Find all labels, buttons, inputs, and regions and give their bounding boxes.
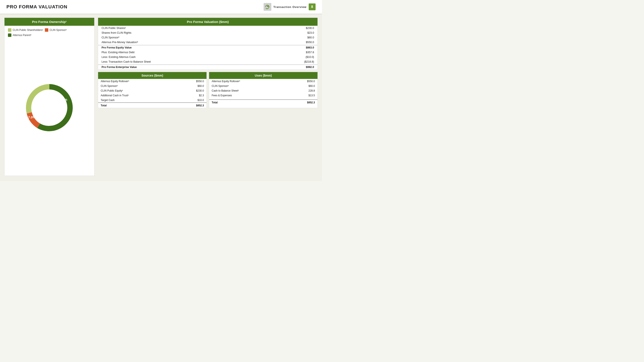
val-label: CLIN Sponsor²: [98, 35, 266, 40]
table-row: Alternus Pre-Money Valuation³ $550.0: [98, 40, 318, 45]
source-value: $550.0: [176, 79, 206, 84]
list-item: Cash to Balance Sheet¹ 228.8: [209, 88, 318, 93]
legend-item-clin-sponsor: CLIN Sponsor²: [45, 28, 66, 32]
source-value: $2.3: [176, 93, 206, 98]
uses-total-row: Total $852.3: [209, 100, 318, 105]
legend: CLIN Public Shareholders¹ CLIN Sponsor² …: [4, 26, 94, 39]
use-value: $13.5: [287, 93, 318, 98]
val-label: Less: Existing Alternus Cash: [98, 55, 266, 59]
list-item: Target Cash $10.0: [98, 98, 206, 103]
valuation-header: Pro Forma Valuation ($mm): [98, 18, 318, 26]
source-label: CLIN Sponsor²: [98, 84, 176, 88]
table-row: Less: Existing Alternus Cash ($10.0): [98, 55, 318, 59]
val-label: Plus: Existing Alternus Debt: [98, 50, 266, 55]
val-label: Pro Forma Equity Value: [98, 45, 266, 50]
page-title: PRO FORMA VALUATION: [6, 4, 68, 10]
legend-swatch-clin-public: [8, 28, 12, 32]
footnotes: 1. Assumes 0% redemptions by CLIN public…: [0, 179, 322, 181]
donut-label-clin-public: 29.3%: [58, 98, 68, 101]
legend-label-alternus: Alternus Parent³: [13, 34, 31, 37]
footnote-1: 1. Assumes 0% redemptions by CLIN public…: [4, 181, 318, 181]
val-value: $863.0: [266, 45, 318, 50]
sources-header: Sources ($mm): [98, 72, 206, 79]
table-row: Less: Transaction Cash to Balance Sheet …: [98, 59, 318, 65]
valuation-table: CLIN Public Shares¹ $230.0 Shares from C…: [98, 26, 318, 69]
sources-total-label: Total: [98, 103, 176, 108]
val-value: $992.0: [266, 65, 318, 70]
header: PRO FORMA VALUATION Transaction Overview…: [0, 0, 322, 14]
donut-container: 29.3% 7.0% 63.7%: [4, 39, 94, 176]
val-value: $230.0: [266, 26, 318, 30]
main-content: Pro Forma Ownership¹ CLIN Public Shareho…: [0, 14, 322, 179]
legend-label-clin-sponsor: CLIN Sponsor²: [50, 28, 66, 31]
legend-swatch-clin-sponsor: [45, 28, 48, 32]
donut-label-alternus: 63.7%: [35, 107, 44, 110]
list-item: CLIN Sponsor² $60.0: [98, 84, 206, 88]
val-value: $357.8: [266, 50, 318, 55]
source-value: $10.0: [176, 98, 206, 103]
table-row: Plus: Existing Alternus Debt $357.8: [98, 50, 318, 55]
val-label: Shares from CLIN Rights: [98, 30, 266, 35]
source-value: $230.0: [176, 88, 206, 93]
table-row-bold: Pro Forma Enterprise Value $992.0: [98, 65, 318, 70]
right-panel: Pro Forma Valuation ($mm) CLIN Public Sh…: [98, 17, 318, 176]
use-value: $60.0: [287, 84, 318, 88]
list-item: CLIN Sponsor² $60.0: [209, 84, 318, 88]
table-row: CLIN Public Shares¹ $230.0: [98, 26, 318, 30]
val-label: Alternus Pre-Money Valuation³: [98, 40, 266, 45]
uses-total-label: Total: [209, 100, 287, 105]
list-item: Fees & Expenses $13.5: [209, 93, 318, 98]
val-value: ($10.0): [266, 55, 318, 59]
left-panel: Pro Forma Ownership¹ CLIN Public Shareho…: [4, 17, 94, 176]
val-value: ($218.8): [266, 59, 318, 65]
val-value: $550.0: [266, 40, 318, 45]
source-value: $60.0: [176, 84, 206, 88]
source-label: Additional Cash in Trust¹: [98, 93, 176, 98]
legend-label-clin-public: CLIN Public Shareholders¹: [13, 28, 43, 31]
val-value: $60.0: [266, 35, 318, 40]
page: PRO FORMA VALUATION Transaction Overview…: [0, 0, 322, 181]
legend-swatch-alternus: [8, 33, 12, 37]
list-item: Alternus Equity Rollover³ $550.0: [98, 79, 206, 84]
legend-item-alternus: Alternus Parent³: [8, 33, 31, 37]
val-value: $23.0: [266, 30, 318, 35]
sources-total-value: $852.3: [176, 103, 206, 108]
list-item: Alternus Equity Rollover³ $550.0: [209, 79, 318, 84]
use-value: $550.0: [287, 79, 318, 84]
brand-label: Transaction Overview: [274, 5, 306, 8]
legend-item-clin-public: CLIN Public Shareholders¹: [8, 28, 43, 32]
uses-section: Uses ($mm) Alternus Equity Rollover³ $55…: [209, 72, 318, 108]
valuation-section: Pro Forma Valuation ($mm) CLIN Public Sh…: [98, 17, 318, 70]
val-label: Pro Forma Enterprise Value: [98, 65, 266, 70]
ownership-header: Pro Forma Ownership¹: [4, 18, 94, 26]
header-right: Transaction Overview 8: [264, 3, 316, 11]
table-row: Shares from CLIN Rights $23.0: [98, 30, 318, 35]
list-item: CLIN Public Equity¹ $230.0: [98, 88, 206, 93]
use-label: Alternus Equity Rollover³: [209, 79, 287, 84]
val-label: CLIN Public Shares¹: [98, 26, 266, 30]
val-label: Less: Transaction Cash to Balance Sheet: [98, 59, 266, 65]
brand-logo-icon: [264, 3, 271, 11]
list-item: Additional Cash in Trust¹ $2.3: [98, 93, 206, 98]
uses-table: Alternus Equity Rollover³ $550.0 CLIN Sp…: [209, 79, 318, 105]
sources-section: Sources ($mm) Alternus Equity Rollover³ …: [98, 72, 207, 108]
use-label: Fees & Expenses: [209, 93, 287, 98]
page-badge: 8: [309, 3, 316, 10]
source-label: CLIN Public Equity¹: [98, 88, 176, 93]
use-label: Cash to Balance Sheet¹: [209, 88, 287, 93]
table-row-bold: Pro Forma Equity Value $863.0: [98, 45, 318, 50]
donut-segment-sponsor: [26, 112, 40, 128]
sources-total-row: Total $852.3: [98, 103, 206, 108]
source-label: Alternus Equity Rollover³: [98, 79, 176, 84]
donut-label-sponsor: 7.0%: [28, 115, 36, 119]
table-row: CLIN Sponsor² $60.0: [98, 35, 318, 40]
donut-chart: 29.3% 7.0% 63.7%: [17, 75, 82, 140]
svg-rect-0: [264, 3, 271, 11]
source-label: Target Cash: [98, 98, 176, 103]
uses-total-value: $852.3: [287, 100, 318, 105]
sources-uses: Sources ($mm) Alternus Equity Rollover³ …: [98, 72, 318, 108]
use-value: 228.8: [287, 88, 318, 93]
use-label: CLIN Sponsor²: [209, 84, 287, 88]
uses-header: Uses ($mm): [209, 72, 318, 79]
sources-table: Alternus Equity Rollover³ $550.0 CLIN Sp…: [98, 79, 206, 108]
